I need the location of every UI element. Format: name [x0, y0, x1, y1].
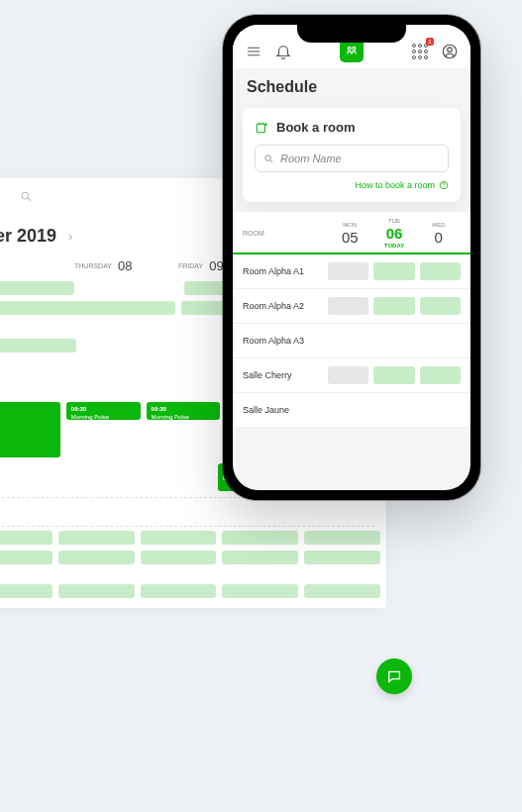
slot[interactable]: [420, 366, 461, 384]
bell-icon[interactable]: [272, 41, 294, 62]
room-name: Room Alpha A1: [243, 266, 328, 276]
slot[interactable]: [373, 366, 414, 384]
svg-point-14: [265, 154, 271, 160]
slot[interactable]: [373, 262, 414, 280]
room-name-input[interactable]: Room Name: [255, 145, 449, 172]
slot[interactable]: [373, 401, 414, 419]
svg-point-5: [348, 47, 351, 50]
slot[interactable]: [420, 332, 461, 350]
slot[interactable]: [328, 366, 368, 384]
svg-point-0: [22, 192, 29, 199]
slot[interactable]: [328, 262, 368, 280]
card-heading: Book a room: [276, 120, 355, 135]
phone-screen: 1 Schedule Book a room Room Name How to …: [233, 25, 470, 490]
room-row[interactable]: Room Alpha A2: [233, 289, 470, 324]
page-title: Schedule: [233, 68, 470, 102]
svg-rect-9: [257, 123, 264, 132]
search-icon[interactable]: [20, 190, 33, 206]
slot[interactable]: [328, 297, 368, 315]
day-col-wed[interactable]: WED0: [416, 222, 461, 246]
slot[interactable]: [373, 297, 414, 315]
room-name: Salle Cherry: [243, 370, 328, 380]
slot[interactable]: [373, 332, 414, 350]
schedule-header: Room MON05 TUE06Today WED0: [233, 212, 470, 254]
svg-point-6: [353, 47, 356, 50]
slot[interactable]: [328, 401, 368, 419]
schedule-table: Room MON05 TUE06Today WED0 Room Alpha A1…: [233, 212, 470, 428]
room-row[interactable]: Room Alpha A3: [233, 324, 470, 358]
event-morning-pulse-1[interactable]: 09:30Morning Pulse: [66, 402, 141, 420]
profile-icon[interactable]: [439, 41, 461, 62]
month-title: …mber 2019: [0, 226, 56, 247]
day-col-tue[interactable]: TUE06Today: [372, 218, 417, 249]
svg-line-15: [270, 159, 272, 161]
room-row[interactable]: Salle Cherry: [233, 358, 470, 393]
day-col-mon[interactable]: MON05: [328, 222, 372, 246]
menu-icon[interactable]: [243, 41, 264, 62]
slot[interactable]: [420, 262, 461, 280]
room-row[interactable]: Salle Jaune: [233, 393, 470, 428]
book-room-card: Book a room Room Name How to book a room: [243, 108, 461, 202]
slot[interactable]: [328, 332, 368, 350]
apps-grid-icon[interactable]: 1: [409, 41, 431, 62]
room-name: Salle Jaune: [243, 405, 328, 415]
room-row[interactable]: Room Alpha A1: [233, 254, 470, 289]
how-to-link[interactable]: How to book a room: [255, 180, 449, 190]
help-icon: [439, 180, 449, 190]
event-morning-pulse-2[interactable]: 09:30Morning Pulse: [147, 402, 221, 420]
notification-badge: 1: [426, 38, 434, 46]
svg-point-8: [448, 48, 453, 52]
input-placeholder: Room Name: [280, 152, 342, 164]
event-block[interactable]: [0, 402, 60, 457]
fab-chat-button[interactable]: [376, 659, 412, 694]
search-icon: [263, 153, 274, 164]
calendar-plus-icon: [255, 121, 268, 135]
chevron-right-icon[interactable]: ›: [68, 229, 72, 244]
slot[interactable]: [420, 401, 461, 419]
phone-frame: 1 Schedule Book a room Room Name How to …: [223, 15, 480, 500]
room-name: Room Alpha A2: [243, 301, 328, 311]
room-name: Room Alpha A3: [243, 336, 328, 346]
svg-line-1: [28, 198, 31, 201]
slot[interactable]: [420, 297, 461, 315]
